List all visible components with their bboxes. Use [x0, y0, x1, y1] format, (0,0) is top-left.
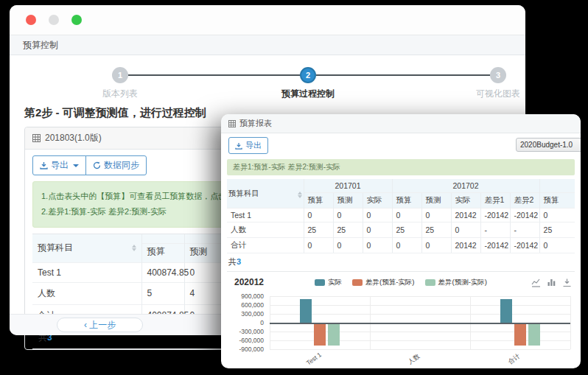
report-col-actual-1[interactable]: 实际: [363, 193, 392, 208]
step-3-circle[interactable]: 3: [490, 67, 506, 83]
table-icon: [228, 120, 236, 127]
y-axis-tick: 300,000: [221, 310, 264, 318]
step-connector: [128, 74, 301, 76]
sort-icon[interactable]: [298, 192, 302, 198]
report-col-budget-2[interactable]: 预算: [392, 193, 421, 208]
diff-note: 差异1:预算-实际 差异2:预测-实际: [227, 159, 575, 175]
y-axis-tick: 600,000: [221, 301, 264, 309]
stepper: 1 2 3 版本列表 预算过程控制 可视化图表: [10, 55, 525, 101]
step-3-label: 可视化图表: [447, 88, 550, 100]
report-col-budget-1[interactable]: 预算: [304, 193, 333, 208]
bar-差异(预测-实际): [328, 323, 340, 346]
caret-down-icon: [73, 164, 79, 167]
group-header-201701[interactable]: 201701: [304, 179, 392, 193]
table-icon: [32, 134, 41, 142]
y-axis-tick: -300,000: [221, 328, 264, 335]
y-axis-tick: -900,000: [221, 346, 264, 353]
group-header-201702[interactable]: 201702: [392, 179, 539, 193]
download-icon: [235, 142, 242, 150]
report-export-label: 导出: [245, 140, 262, 151]
gridline: [570, 296, 571, 349]
report-export-button[interactable]: 导出: [228, 137, 268, 154]
report-toolbar: 导出 2020Budget-1.0: [221, 133, 581, 158]
y-axis-tick: -600,000: [221, 337, 264, 344]
report-table: 预算科目 201701 201702 预算 预测 实际 预算 预测 实际 差异1…: [227, 179, 575, 253]
bar-实际: [300, 299, 312, 323]
step-1-circle[interactable]: 1: [112, 67, 128, 83]
zero-axis-line: [270, 323, 570, 324]
report-col-forecast-2[interactable]: 预测: [421, 193, 451, 208]
report-row-count: 共3: [227, 253, 575, 272]
legend-label: 差异(预测-实际): [438, 278, 488, 287]
toolbar: 导出 数据同步: [32, 155, 147, 175]
data-sync-button[interactable]: 数据同步: [85, 155, 147, 175]
step-1-label: 版本列表: [69, 88, 172, 100]
legend-swatch: [352, 279, 363, 286]
group-header-next: [539, 179, 575, 193]
plot-area: [270, 296, 570, 349]
chart-header: 202012 实际差异(预算-实际)差异(预测-实际): [221, 276, 581, 290]
column-header-subject[interactable]: 预算科目: [32, 234, 141, 262]
report-col-actual-2[interactable]: 实际: [451, 193, 480, 208]
download-icon: [40, 161, 48, 169]
y-axis-tick: 0: [221, 319, 264, 326]
bar-实际: [500, 299, 512, 323]
legend-swatch: [315, 279, 325, 286]
legend-label: 实际: [328, 278, 342, 287]
sort-icon[interactable]: [132, 245, 136, 251]
report-col-diff1[interactable]: 差异1: [480, 193, 510, 208]
version-panel-title: 201803(1.0版): [45, 132, 102, 144]
report-title: 预算报表: [239, 118, 272, 129]
window-titlebar: [10, 5, 525, 35]
budget-report-window: 预算报表 导出 2020Budget-1.0 差异1:预算-实际 差异2:预测-…: [221, 114, 581, 368]
report-col-budget-3[interactable]: 预算: [539, 193, 575, 208]
export-button[interactable]: 导出: [32, 155, 86, 175]
report-col-forecast-1[interactable]: 预测: [333, 193, 363, 208]
budget-version-select[interactable]: 2020Budget-1.0: [516, 138, 581, 152]
save-image-icon[interactable]: [562, 278, 572, 287]
page-title: 预算控制: [10, 35, 525, 55]
legend-label: 差异(预算-实际): [365, 278, 415, 287]
table-row[interactable]: 人数 25 25 0 25 25 0 - - 25: [227, 222, 575, 238]
legend-swatch: [425, 279, 435, 286]
gridline: [270, 314, 570, 315]
previous-step-button[interactable]: ‹ 上一步: [57, 318, 143, 332]
line-chart-icon[interactable]: [531, 278, 541, 287]
gridline: [270, 296, 570, 297]
gridline: [270, 305, 570, 306]
data-sync-button-label: 数据同步: [104, 159, 139, 172]
bar-差异(预算-实际): [514, 323, 526, 346]
chart-legend: 实际差异(预算-实际)差异(预测-实际): [221, 278, 581, 287]
chart-toolbox: [531, 278, 572, 287]
table-row[interactable]: Test 1 0 0 0 0 0 20142 -20142 -20142 0: [227, 208, 575, 222]
legend-item[interactable]: 实际: [315, 278, 342, 287]
report-column-subject[interactable]: 预算科目: [227, 179, 304, 208]
chart-canvas: 900,000600,000300,0000-300,000-600,000-9…: [221, 293, 581, 368]
legend-item[interactable]: 差异(预测-实际): [425, 278, 488, 287]
row-count-value: 3: [237, 257, 241, 266]
minimize-window-icon[interactable]: [49, 15, 59, 25]
zoom-window-icon[interactable]: [71, 15, 82, 25]
y-axis-tick: 900,000: [221, 292, 264, 300]
report-subject-label: 预算科目: [228, 189, 259, 197]
subject-header-label: 预算科目: [38, 242, 73, 253]
step-2-circle[interactable]: 2: [300, 67, 316, 83]
bar-差异(预算-实际): [314, 323, 326, 346]
close-window-icon[interactable]: [26, 15, 36, 25]
report-header: 预算报表: [221, 114, 581, 133]
refresh-icon: [93, 161, 101, 169]
bar-chart-icon[interactable]: [547, 278, 556, 287]
bar-差异(预测-实际): [528, 323, 540, 346]
step-connector: [316, 74, 490, 76]
export-button-label: 导出: [51, 159, 69, 172]
report-col-diff2[interactable]: 差异2: [510, 193, 539, 208]
row-count-prefix: 共: [228, 257, 237, 266]
legend-item[interactable]: 差异(预算-实际): [352, 278, 415, 287]
table-row[interactable]: 合计 0 0 0 0 0 20142 -20142 -20142 0: [227, 238, 575, 253]
column-header-budget[interactable]: 预算: [141, 243, 184, 262]
step-2-label: 预算过程控制: [256, 88, 360, 100]
